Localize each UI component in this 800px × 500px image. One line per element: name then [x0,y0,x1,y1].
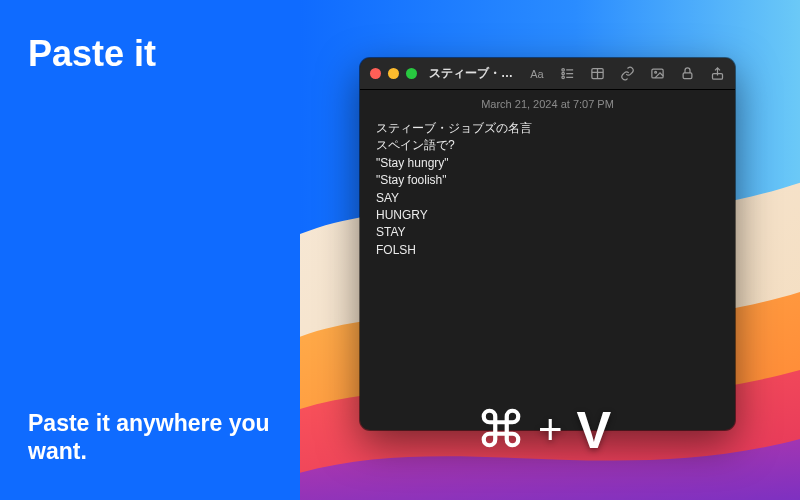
traffic-lights [370,68,417,79]
shortcut-key: V [577,400,613,460]
zoom-button[interactable] [406,68,417,79]
svg-rect-12 [683,73,692,79]
command-icon [478,405,524,455]
svg-rect-14 [495,422,507,434]
share-icon[interactable] [709,66,725,82]
media-icon[interactable] [649,66,665,82]
notes-window: スティーブ・ジョブ… Aa [360,58,735,430]
promo-heading: Paste it [28,34,272,74]
svg-point-1 [561,69,564,72]
svg-point-11 [654,71,656,73]
promo-sidebar: Paste it Paste it anywhere you want. [0,0,300,500]
svg-point-3 [561,72,564,75]
svg-point-5 [561,76,564,79]
link-icon[interactable] [619,66,635,82]
note-timestamp: March 21, 2024 at 7:07 PM [360,90,735,116]
note-body[interactable]: スティーブ・ジョブズの名言 スペイン語で? "Stay hungry" "Sta… [360,116,735,263]
lock-icon[interactable] [679,66,695,82]
close-button[interactable] [370,68,381,79]
format-icon[interactable]: Aa [529,66,545,82]
window-toolbar: Aa [529,66,725,82]
checklist-icon[interactable] [559,66,575,82]
promo-subheading: Paste it anywhere you want. [28,409,272,467]
desktop-preview: スティーブ・ジョブ… Aa [300,0,800,500]
plus-sign: + [538,406,563,454]
shortcut-label: + V [478,400,612,460]
window-titlebar: スティーブ・ジョブ… Aa [360,58,735,90]
table-icon[interactable] [589,66,605,82]
window-title: スティーブ・ジョブ… [429,65,521,82]
minimize-button[interactable] [388,68,399,79]
